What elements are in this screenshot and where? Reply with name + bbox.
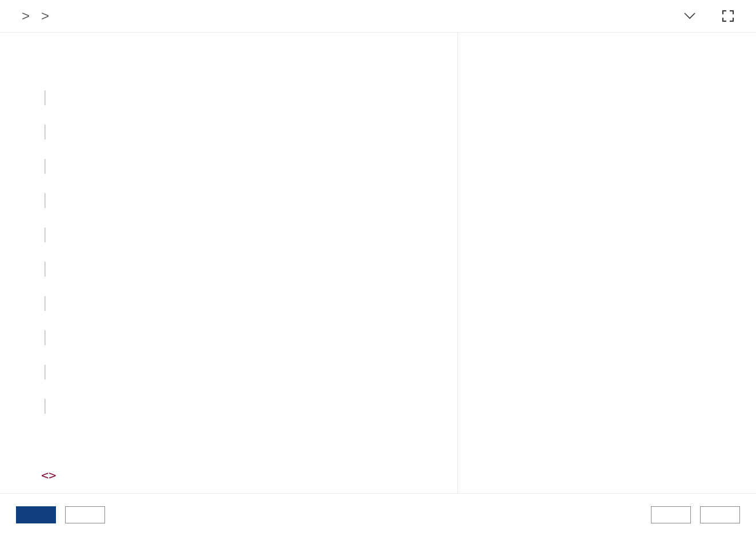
hide-snippets-button[interactable] — [684, 13, 701, 19]
expand-button[interactable] — [722, 10, 740, 22]
page-header: > > — [0, 0, 756, 33]
snippets-panel — [458, 33, 756, 493]
code-area[interactable]: │ │ │ │ │ │ │ │ │ │ <> │ <> │ │ < /> │ │… — [41, 33, 457, 493]
code-editor[interactable]: │ │ │ │ │ │ │ │ │ │ <> │ <> │ │ < /> │ │… — [0, 33, 458, 493]
snippet-group-advanced — [467, 66, 742, 90]
footer-toolbar — [0, 493, 756, 536]
expand-icon — [722, 10, 734, 22]
breadcrumb: > > — [16, 8, 55, 24]
line-number-gutter — [0, 33, 41, 493]
header-actions — [684, 10, 740, 22]
snippet-group-access-restriction — [467, 42, 742, 66]
save-button[interactable] — [16, 506, 56, 523]
breadcrumb-separator: > — [41, 8, 49, 24]
reset-to-default-button[interactable] — [651, 506, 691, 523]
breadcrumb-separator: > — [22, 8, 30, 24]
calculate-effective-policy-button[interactable] — [700, 506, 740, 523]
chevron-down-icon — [684, 13, 695, 19]
main-content: │ │ │ │ │ │ │ │ │ │ <> │ <> │ │ < /> │ │… — [0, 33, 756, 493]
discard-button[interactable] — [65, 506, 105, 523]
